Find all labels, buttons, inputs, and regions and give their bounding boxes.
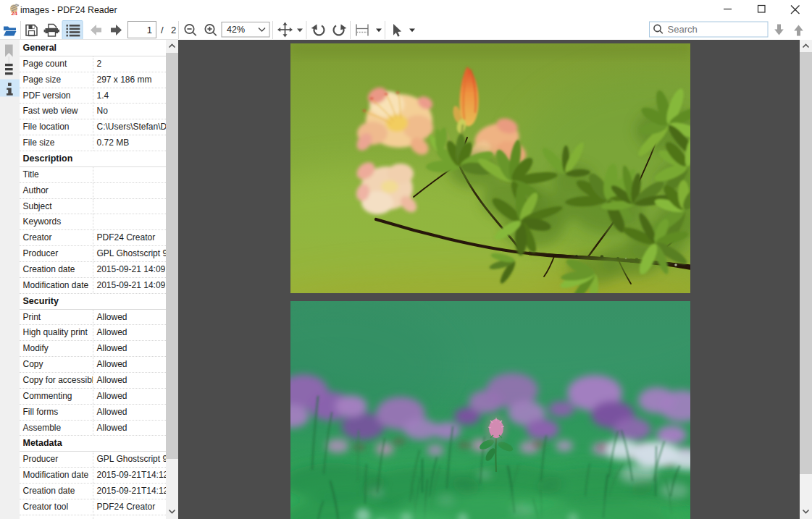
svg-text:1: 1: [147, 25, 152, 35]
svg-text:2: 2: [171, 25, 176, 35]
svg-text:Search: Search: [668, 24, 698, 35]
svg-text:/: /: [161, 25, 164, 35]
svg-text:42%: 42%: [227, 25, 245, 35]
svg-text:24: 24: [12, 10, 18, 17]
